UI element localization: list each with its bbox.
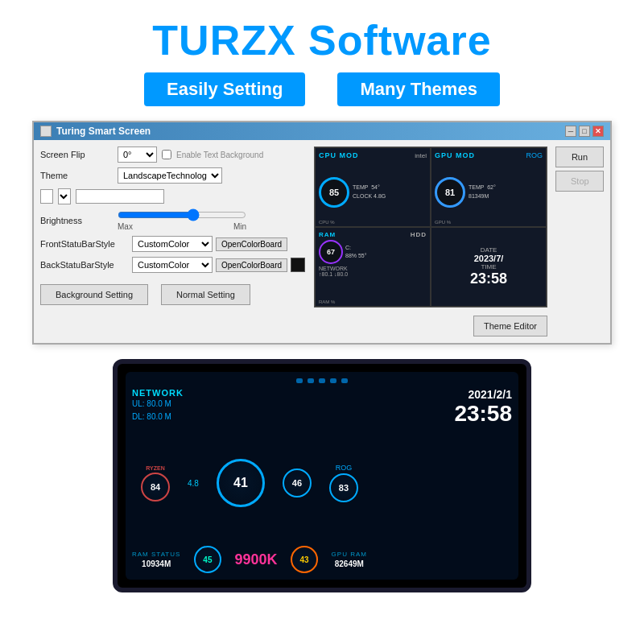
rog-gauge: 83	[329, 473, 358, 502]
network-row: NETWORK ↑80.1 ↓80.0	[319, 266, 427, 277]
screen-dot-3	[319, 378, 325, 383]
ryzen-label: RYZEN	[146, 465, 164, 471]
brightness-slider[interactable]	[118, 209, 246, 221]
hdd-title: HDD	[411, 231, 427, 238]
badges-row: Easily Setting Many Themes	[144, 72, 500, 106]
rog-label: ROG	[336, 464, 353, 472]
screen-flip-row: Screen Flip 0° 90° 180° 270° Enable Text…	[40, 147, 308, 163]
gpu-ram-label: GPU RAM	[332, 551, 367, 558]
maximize-button[interactable]: □	[579, 126, 590, 137]
run-button[interactable]: Run	[555, 147, 604, 167]
screen-datetime: 2021/2/1 23:58	[454, 388, 512, 427]
front-bar-color-btn[interactable]: OpenColorBoard	[216, 237, 287, 251]
gpu-ram-value: 82649M	[335, 559, 364, 568]
network-up: ↑80.1	[319, 271, 332, 277]
screen-dot-5	[341, 378, 348, 383]
gpu-gauge: 81	[435, 177, 465, 208]
small-input[interactable]	[40, 189, 53, 204]
cpu-temp: 54°	[371, 184, 380, 190]
brightness-max-label: Max	[118, 222, 133, 231]
gpu-vram: 81349M	[469, 193, 489, 199]
screen-flip-label: Screen Flip	[40, 150, 113, 159]
main-gauge-wrap: 41	[217, 459, 265, 507]
gpu-ram-item: GPU RAM 82649M	[332, 551, 367, 568]
long-input[interactable]	[76, 189, 164, 204]
bottom-buttons: Background Setting Normal Setting	[40, 284, 308, 305]
cpu-brand: intel	[415, 152, 427, 159]
stop-button[interactable]: Stop	[555, 171, 604, 192]
theme-editor-button[interactable]: Theme Editor	[473, 316, 547, 336]
time-label: TIME	[481, 263, 496, 270]
gpu-gauge-wrap: 46	[283, 469, 312, 497]
enable-text-bg-checkbox[interactable]	[162, 150, 171, 159]
front-bar-row: FrontStatuBarStyle CustomColor Default O…	[40, 236, 308, 252]
screen-dot-4	[330, 378, 336, 383]
front-bar-select[interactable]: CustomColor Default	[132, 236, 213, 252]
cpu-model-value: 9900K	[234, 551, 277, 568]
ram-gauge: 67	[319, 240, 343, 264]
rog-gauge-wrap: ROG 83	[329, 464, 358, 502]
gpu-brand: ROG	[526, 151, 543, 159]
network-down: ↓80.0	[334, 271, 348, 277]
small-select[interactable]	[58, 188, 71, 204]
cpu-cell-header: CPU MOD intel	[319, 151, 427, 159]
cpu-title: CPU MOD	[319, 151, 359, 159]
input-row	[40, 188, 308, 204]
back-bar-color-btn[interactable]: OpenColorBoard	[216, 258, 287, 272]
preview-and-buttons: CPU MOD intel 85 TEMP 54° CLOCK 4.8G	[314, 147, 604, 308]
cpu-speed-value: 4.8	[188, 479, 199, 488]
gpu-stats: TEMP 62° 81349M	[469, 184, 496, 200]
gpu-gauge-value: 81	[445, 188, 455, 197]
cpu-speed-wrap: 4.8	[188, 479, 199, 488]
screen-bottom-row: RAM STATUS 10934M 45 9900K 43 GPU RAM 82	[132, 546, 367, 573]
network-title: NETWORK	[319, 266, 348, 271]
brightness-min-label: Min	[233, 222, 246, 231]
screen-time: 23:58	[454, 401, 512, 427]
smart-screen-display: NETWORK UL: 80.0 M DL: 80.0 M RYZEN 84	[113, 359, 531, 592]
ram-mini-row: 67 C: 88% 55°	[319, 240, 427, 264]
screen-inner: NETWORK UL: 80.0 M DL: 80.0 M RYZEN 84	[126, 372, 518, 580]
enable-text-bg-label: Enable Text Background	[176, 151, 263, 159]
brightness-row: Brightness Max Min	[40, 209, 308, 231]
brightness-label: Brightness	[40, 216, 113, 225]
preview-cpu-cell: CPU MOD intel 85 TEMP 54° CLOCK 4.8G	[315, 147, 431, 227]
screen-dot-1	[296, 378, 303, 383]
cpu-stats: TEMP 54° CLOCK 4.8G	[353, 184, 386, 200]
preview-display: CPU MOD intel 85 TEMP 54° CLOCK 4.8G	[314, 147, 547, 308]
screen-date: 2021/2/1	[454, 388, 512, 401]
ram-title: RAM	[319, 231, 336, 238]
gpu-temp: 62°	[487, 184, 496, 190]
cpu-clock: 4.8G	[374, 193, 386, 199]
main-title: TURZX Software	[152, 16, 491, 64]
screen-right: 2021/2/1 23:58	[367, 388, 512, 573]
color-preview-box	[291, 258, 305, 272]
theme-editor-container: Theme Editor	[314, 312, 547, 336]
ram-status-item: RAM STATUS 10934M	[132, 551, 180, 568]
back-bar-label: BackStatuBarStyle	[40, 260, 129, 270]
close-button[interactable]: ✕	[592, 126, 604, 137]
cpu-gauge: 85	[319, 177, 349, 208]
ram-status-label: RAM STATUS	[132, 551, 180, 558]
normal-setting-button[interactable]: Normal Setting	[161, 284, 250, 305]
theme-select[interactable]: LandscapeTechnology Portrait Dark	[118, 167, 222, 184]
ram-label: RAM %	[319, 299, 335, 304]
window-title: Turing Smart Screen	[56, 126, 151, 137]
screen-network-title: NETWORK	[132, 388, 367, 398]
software-window: Turing Smart Screen ─ □ ✕ Screen Flip 0°…	[32, 121, 612, 345]
gpu-body: 81 TEMP 62° 81349M	[435, 161, 543, 223]
left-panel: Screen Flip 0° 90° 180° 270° Enable Text…	[40, 147, 308, 336]
screen-top-bar	[132, 378, 512, 383]
back-bar-select[interactable]: CustomColor Default	[132, 257, 213, 273]
cpu-body: 85 TEMP 54° CLOCK 4.8G	[319, 161, 427, 223]
network-section: NETWORK UL: 80.0 M DL: 80.0 M	[132, 388, 367, 423]
screen-flip-select[interactable]: 0° 90° 180° 270°	[118, 147, 157, 163]
minimize-button[interactable]: ─	[565, 126, 576, 137]
preview-gpu-cell: GPU MOD ROG 81 TEMP 62° 81349M	[431, 147, 547, 227]
brightness-labels: Max Min	[118, 222, 246, 231]
ram-status-gauge: 45	[194, 546, 221, 573]
gpu-sm-gauge: 46	[283, 469, 312, 497]
hdd-stats: C: 88% 55°	[345, 244, 367, 260]
screen-content: NETWORK UL: 80.0 M DL: 80.0 M RYZEN 84	[132, 388, 512, 573]
badge-many-themes: Many Themes	[337, 72, 500, 106]
background-setting-button[interactable]: Background Setting	[40, 284, 148, 305]
